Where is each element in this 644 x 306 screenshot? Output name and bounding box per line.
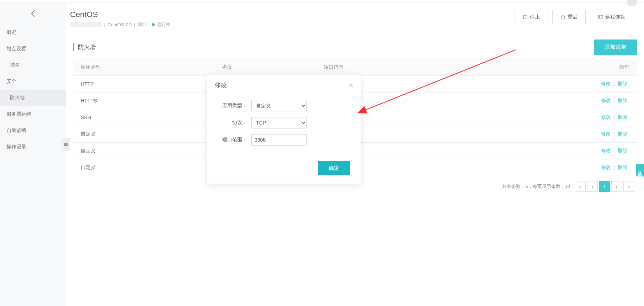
sidebar-item-firewall[interactable]: 防火墙	[0, 90, 66, 106]
edit-link[interactable]: 修改	[601, 114, 611, 120]
cell-op: 修改 | 删除	[457, 143, 637, 159]
status-label: 运行中	[157, 21, 171, 28]
col-port: 端口范围	[316, 59, 457, 76]
delete-link[interactable]: 删除	[618, 97, 628, 103]
cell-op: 修改 | 删除	[457, 76, 637, 93]
region-label: 深圳	[137, 21, 147, 28]
pager-summary: 共有条数：6，每页显示条数：10	[502, 183, 570, 190]
col-proto: 协议	[214, 59, 316, 76]
app-type-select[interactable]: 自定义	[251, 100, 307, 111]
pager-first[interactable]: «	[575, 181, 586, 192]
edit-link[interactable]: 修改	[601, 81, 611, 86]
remote-button-label: 远程连接	[605, 14, 625, 20]
col-op: 操作	[457, 59, 637, 76]
svg-rect-3	[523, 15, 527, 19]
stop-button[interactable]: 停止	[515, 10, 548, 24]
edit-link[interactable]: 修改	[601, 164, 611, 170]
sidebar-collapse-toggle[interactable]	[62, 138, 70, 151]
delete-link[interactable]: 删除	[618, 114, 628, 120]
sidebar-item-site[interactable]: 站点设置	[0, 41, 66, 57]
edit-link[interactable]: 修改	[601, 148, 611, 153]
masked-hostname	[70, 22, 102, 27]
delete-link[interactable]: 删除	[618, 148, 628, 153]
protocol-label: 协议：	[218, 120, 251, 126]
protocol-select[interactable]: TCP	[251, 117, 307, 128]
col-app: 应用类型	[73, 59, 214, 76]
collapse-icon	[64, 142, 68, 147]
chevron-left-icon	[31, 10, 36, 17]
svg-rect-0	[64, 143, 68, 144]
pager-prev[interactable]: ‹	[587, 181, 598, 192]
stop-icon	[523, 15, 528, 20]
page-title: CentOS	[70, 10, 171, 19]
cell-op: 修改 | 删除	[457, 126, 637, 143]
cell-app: SSH	[73, 109, 214, 126]
sidebar: 概览 站点设置 域名 安全 防火墙 服务器运维 自助诊断 操作记录	[0, 3, 66, 306]
sidebar-item-overview[interactable]: 概览	[0, 24, 66, 41]
sidebar-item-label: 服务器运维	[6, 111, 31, 117]
restart-button-label: 重启	[568, 14, 578, 20]
svg-rect-6	[598, 15, 603, 19]
delete-link[interactable]: 删除	[618, 131, 628, 137]
cell-app: 自定义	[73, 159, 214, 176]
page-subtitle: | CentOS 7.3 | 深圳 | 运行中	[70, 21, 171, 28]
sidebar-item-logs[interactable]: 操作记录	[0, 139, 66, 155]
cell-app: 自定义	[73, 143, 214, 159]
sidebar-item-label: 安全	[6, 78, 16, 84]
sidebar-item-label: 自助诊断	[6, 127, 26, 133]
sidebar-item-label: 概览	[6, 29, 16, 35]
sidebar-item-diagnosis[interactable]: 自助诊断	[0, 122, 66, 139]
close-icon[interactable]: ×	[349, 81, 353, 89]
edit-link[interactable]: 修改	[601, 131, 611, 137]
add-rule-button[interactable]: 添加规则	[594, 39, 637, 55]
cell-app: 自定义	[73, 126, 214, 143]
edit-link[interactable]: 修改	[601, 97, 611, 103]
pager: « ‹ 1 › »	[575, 181, 634, 192]
cell-op: 修改 | 删除	[457, 159, 637, 176]
status-dot-icon	[152, 23, 155, 26]
page-header: CentOS | CentOS 7.3 | 深圳 | 运行中 停止	[66, 3, 644, 32]
svg-rect-2	[64, 145, 68, 146]
restart-button[interactable]: 重启	[552, 10, 586, 24]
modal-title: 修改	[215, 81, 227, 89]
sidebar-item-label: 防火墙	[10, 95, 25, 100]
remote-button[interactable]: 远程连接	[590, 10, 633, 24]
delete-link[interactable]: 删除	[618, 81, 628, 86]
section-title: 防火墙	[73, 43, 96, 51]
pager-last[interactable]: »	[623, 181, 634, 192]
port-range-label: 端口范围：	[218, 137, 251, 143]
power-icon	[560, 15, 565, 20]
port-range-input[interactable]	[251, 134, 307, 146]
app-type-label: 应用类型：	[218, 102, 251, 109]
cell-op: 修改 | 删除	[457, 109, 637, 126]
cell-app: HTTPS	[73, 93, 214, 109]
os-label: CentOS 7.3	[107, 22, 132, 27]
pager-page-1[interactable]: 1	[599, 181, 610, 192]
sidebar-item-security[interactable]: 安全	[0, 73, 66, 90]
sidebar-item-domain[interactable]: 域名	[0, 57, 66, 73]
stop-button-label: 停止	[530, 14, 540, 20]
edit-rule-modal: 修改 × 应用类型： 自定义 协议： TCP 端口范围： 确定	[207, 75, 361, 184]
delete-link[interactable]: 删除	[618, 164, 628, 170]
sidebar-item-label: 站点设置	[6, 46, 26, 51]
confirm-button[interactable]: 确定	[318, 161, 350, 175]
back-button[interactable]	[0, 3, 66, 24]
pager-next[interactable]: ›	[611, 181, 622, 192]
terminal-icon	[598, 15, 603, 20]
contact-us-tab[interactable]: 联系我们	[636, 164, 644, 176]
cell-app: HTTP	[73, 76, 214, 93]
sidebar-item-ops[interactable]: 服务器运维	[0, 106, 66, 122]
cell-op: 修改 | 删除	[457, 93, 637, 109]
sidebar-item-label: 域名	[10, 62, 20, 68]
svg-rect-1	[64, 144, 68, 145]
sidebar-item-label: 操作记录	[6, 144, 26, 149]
